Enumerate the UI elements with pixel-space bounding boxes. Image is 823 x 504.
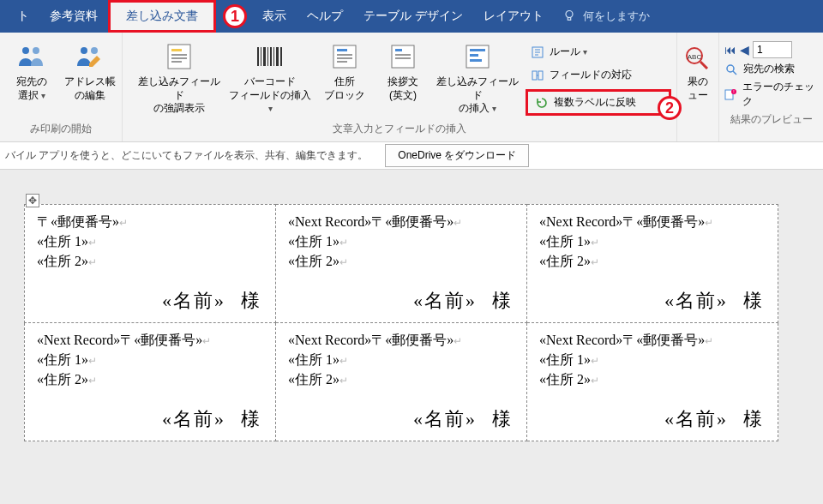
greeting-line-button[interactable]: 挨拶文 (英文) <box>376 36 430 102</box>
label-cell[interactable]: «Next Record»〒«郵便番号»↵ «住所 1»↵ «住所 2»↵ «名… <box>527 323 778 441</box>
label-cell[interactable]: «Next Record»〒«郵便番号»↵ «住所 1»↵ «住所 2»↵ «名… <box>527 205 778 323</box>
select-recipients-label: 宛先の 選択 <box>16 75 47 102</box>
greeting-line-label: 挨拶文 (英文) <box>387 75 418 102</box>
ribbon: 宛先の 選択 アドレス帳 の編集 み印刷の開始 差し込みフィールド の強調表示 <box>0 33 823 142</box>
svg-rect-1 <box>568 17 570 20</box>
svg-rect-24 <box>392 45 414 68</box>
prev-record-button[interactable]: ◀ <box>740 43 749 57</box>
preview-results-label: 果の ュー <box>688 75 708 102</box>
svg-point-3 <box>33 47 39 54</box>
info-bar: バイル アプリを使うと、どこにいてもファイルを表示、共有、編集できます。 One… <box>0 142 823 170</box>
find-recipient-label: 宛先の検索 <box>743 62 795 76</box>
svg-rect-7 <box>171 49 182 51</box>
people-icon <box>16 41 47 72</box>
svg-text:ABC: ABC <box>688 53 702 61</box>
svg-rect-31 <box>470 59 482 62</box>
svg-rect-14 <box>267 47 268 66</box>
group-write-insert: 差し込みフィールド の強調表示 バーコード フィールドの挿入 住所 ブロック 挨… <box>123 33 677 141</box>
tell-me-text: 何をしますか <box>583 9 650 24</box>
address-block-icon <box>329 41 360 72</box>
tab-table-design[interactable]: テーブル デザイン <box>353 0 473 33</box>
highlight-icon <box>164 41 195 72</box>
edit-recipient-list-label: アドレス帳 の編集 <box>64 75 116 102</box>
label-cell[interactable]: 〒«郵便番号»↵ «住所 1»↵ «住所 2»↵ «名前»様 <box>25 205 276 323</box>
svg-rect-21 <box>337 54 352 56</box>
tab-truncated[interactable]: ト <box>17 0 39 33</box>
greeting-icon <box>387 41 418 72</box>
svg-rect-19 <box>333 45 356 68</box>
update-labels-icon <box>535 96 549 110</box>
group-preview-btn: ABC 果の ュー <box>677 33 719 141</box>
svg-text:!: ! <box>734 89 735 94</box>
svg-rect-22 <box>337 57 352 59</box>
svg-rect-11 <box>257 47 259 66</box>
group-preview-btn-label <box>679 133 717 141</box>
insert-barcode-button[interactable]: バーコード フィールドの挿入 <box>227 36 313 116</box>
label-cell[interactable]: «Next Record»〒«郵便番号»↵ «住所 1»↵ «住所 2»↵ «名… <box>276 323 527 441</box>
tab-layout[interactable]: レイアウト <box>473 0 554 33</box>
first-record-button[interactable]: ⏮ <box>724 43 736 57</box>
update-labels-button[interactable]: 複数ラベルに反映 <box>526 89 671 116</box>
preview-icon: ABC <box>682 41 713 72</box>
label-cell[interactable]: «Next Record»〒«郵便番号»↵ «住所 1»↵ «住所 2»↵ «名… <box>25 323 276 441</box>
search-icon <box>724 63 738 76</box>
document-area: ✥ 〒«郵便番号»↵ «住所 1»↵ «住所 2»↵ «名前»様 «Next R… <box>0 170 823 504</box>
select-recipients-button[interactable]: 宛先の 選択 <box>5 36 58 102</box>
svg-rect-34 <box>538 71 543 80</box>
insert-merge-field-button[interactable]: 差し込みフィールド の挿入 <box>435 36 520 116</box>
preview-results-button[interactable]: ABC 果の ュー <box>679 36 717 102</box>
svg-rect-17 <box>276 47 279 66</box>
highlight-merge-fields-label: 差し込みフィールド の強調表示 <box>136 75 222 116</box>
tab-references[interactable]: 参考資料 <box>39 0 108 33</box>
svg-rect-20 <box>337 49 347 51</box>
svg-point-0 <box>566 10 573 17</box>
svg-point-2 <box>22 47 29 54</box>
svg-point-37 <box>727 65 734 72</box>
svg-rect-23 <box>337 61 347 63</box>
svg-rect-25 <box>395 49 402 51</box>
svg-rect-33 <box>532 71 537 80</box>
find-recipient-button[interactable]: 宛先の検索 <box>724 62 818 76</box>
barcode-icon <box>255 41 285 72</box>
svg-rect-13 <box>263 47 266 66</box>
highlight-merge-fields-button[interactable]: 差し込みフィールド の強調表示 <box>136 36 222 116</box>
svg-rect-29 <box>470 49 485 51</box>
tell-me[interactable]: 何をしますか <box>562 0 650 33</box>
label-cell[interactable]: «Next Record»〒«郵便番号»↵ «住所 1»↵ «住所 2»↵ «名… <box>276 205 527 323</box>
download-onedrive-button[interactable]: OneDrive をダウンロード <box>385 144 529 167</box>
svg-rect-10 <box>171 61 182 63</box>
record-nav: ⏮ ◀ <box>724 41 818 58</box>
merge-field-icon <box>462 41 493 72</box>
svg-rect-26 <box>395 54 411 56</box>
update-labels-label: 複数ラベルに反映 <box>554 95 636 110</box>
svg-rect-6 <box>168 45 190 69</box>
svg-rect-8 <box>171 54 187 56</box>
svg-rect-30 <box>470 54 478 57</box>
svg-rect-18 <box>280 47 282 66</box>
address-block-label: 住所 ブロック <box>324 75 365 102</box>
rules-label: ルール <box>550 45 587 59</box>
tab-view[interactable]: 表示 <box>252 0 297 33</box>
merge-options-stack: ルール フィールドの対応 複数ラベルに反映 2 <box>526 36 671 116</box>
tab-mailings[interactable]: 差し込み文書 <box>108 0 216 33</box>
check-errors-button[interactable]: ! エラーのチェック <box>724 80 818 109</box>
svg-rect-27 <box>395 57 411 59</box>
tab-help[interactable]: ヘルプ <box>297 0 353 33</box>
match-fields-button[interactable]: フィールドの対応 <box>526 66 671 84</box>
bulb-icon <box>562 9 576 25</box>
edit-recipient-list-button[interactable]: アドレス帳 の編集 <box>63 36 117 102</box>
svg-rect-15 <box>270 47 272 66</box>
label-table: 〒«郵便番号»↵ «住所 1»↵ «住所 2»↵ «名前»様 «Next Rec… <box>24 204 778 441</box>
record-number-input[interactable] <box>753 41 792 58</box>
svg-point-4 <box>81 47 87 54</box>
group-start-merge: 宛先の 選択 アドレス帳 の編集 み印刷の開始 <box>0 33 123 141</box>
check-errors-label: エラーのチェック <box>742 80 818 109</box>
group-preview-results-label: 結果のプレビュー <box>724 109 818 132</box>
address-block-button[interactable]: 住所 ブロック <box>318 36 371 102</box>
svg-rect-12 <box>261 47 261 66</box>
edit-list-icon <box>75 41 105 72</box>
rules-button[interactable]: ルール <box>526 43 671 61</box>
svg-point-5 <box>91 47 98 54</box>
group-start-merge-label: み印刷の開始 <box>5 118 117 141</box>
match-fields-icon <box>531 69 544 82</box>
